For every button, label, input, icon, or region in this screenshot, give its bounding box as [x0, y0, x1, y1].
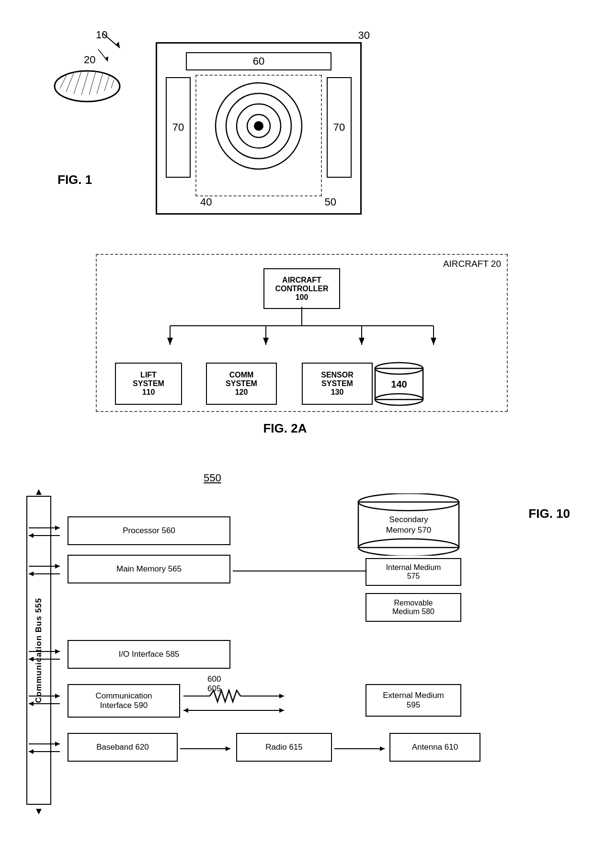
- ellipse-20-container: 20: [53, 67, 122, 107]
- page: 10 20: [0, 0, 594, 868]
- io-interface-block: I/O Interface 585: [68, 640, 230, 669]
- svg-line-0: [103, 34, 120, 48]
- svg-marker-40: [29, 533, 34, 538]
- main-memory-label: Main Memory 565: [116, 564, 182, 574]
- label-60: 60: [253, 55, 264, 68]
- main-memory-block: Main Memory 565: [68, 555, 230, 583]
- fig2a-dashed-box: AIRCRAFT 20 AIRCRAFT CONTROLLER 100: [96, 254, 508, 412]
- svg-text:140: 140: [391, 379, 407, 389]
- label-30: 30: [358, 29, 370, 42]
- lift-system-line3: 110: [133, 388, 164, 397]
- label-40: 40: [200, 196, 212, 208]
- fig2a-title: FIG. 2A: [263, 421, 307, 435]
- io-interface-label: I/O Interface 585: [119, 650, 180, 659]
- fig10-title: FIG. 10: [528, 506, 570, 521]
- bus-arrow-up-icon: ▲: [34, 486, 44, 497]
- fig10-section: 550 FIG. 10 Communication Bus 555 ▲ ▼ Se…: [26, 472, 572, 850]
- baseband-arrows-icon: [26, 739, 65, 756]
- baseband-block: Baseband 620: [68, 733, 178, 762]
- svg-point-17: [254, 121, 263, 131]
- removable-medium-block: Removable Medium 580: [366, 593, 461, 622]
- baseband-label: Baseband 620: [96, 742, 149, 752]
- label-50: 50: [325, 196, 336, 208]
- label-70-right: 70: [333, 121, 345, 134]
- radio-antenna-arrow-icon: [332, 744, 389, 754]
- svg-marker-38: [55, 525, 60, 530]
- mem-to-sec-arrow-icon: [230, 566, 379, 576]
- processor-block: Processor 560: [68, 516, 230, 545]
- processor-label: Processor 560: [123, 526, 175, 536]
- fig2a-arrows-icon: [122, 307, 481, 364]
- svg-line-9: [104, 76, 109, 91]
- svg-line-8: [97, 73, 103, 94]
- proc-arrows-icon: [26, 523, 65, 540]
- label-550: 550: [204, 472, 221, 484]
- ac-controller-box: AIRCRAFT CONTROLLER 100: [263, 268, 340, 309]
- lift-system-line2: SYSTEM: [133, 379, 164, 388]
- label-10-container: 10: [96, 29, 107, 41]
- sensor-system-line3: 130: [321, 388, 354, 397]
- antenna-block: Antenna 610: [389, 733, 480, 762]
- svg-marker-50: [29, 657, 34, 662]
- io-arrows-icon: [26, 647, 65, 664]
- fig1-top-bar: 60: [186, 52, 331, 70]
- comm-system-line2: SYSTEM: [226, 379, 257, 388]
- radio-block: Radio 615: [236, 733, 332, 762]
- fig1-section: 10 20: [29, 19, 364, 220]
- svg-line-5: [74, 71, 81, 94]
- ac-controller-line3: 100: [275, 293, 328, 302]
- fig1-side-right: 70: [327, 77, 352, 178]
- svg-line-7: [89, 71, 96, 95]
- internal-medium-block: Internal Medium 575: [366, 558, 461, 586]
- fig2a-section: AIRCRAFT 20 AIRCRAFT CONTROLLER 100: [57, 254, 513, 436]
- fig1-circles-icon: [211, 78, 307, 174]
- comm-interface-label: Communication Interface 590: [95, 691, 152, 710]
- svg-marker-68: [380, 746, 385, 751]
- svg-line-6: [81, 71, 89, 95]
- lift-system-box: LIFT SYSTEM 110: [115, 363, 182, 405]
- comm-interface-block: Communication Interface 590: [68, 684, 180, 718]
- bus-arrow-down-icon: ▼: [34, 806, 44, 817]
- svg-marker-54: [29, 701, 34, 706]
- svg-line-10: [111, 80, 114, 88]
- external-medium-label: External Medium 595: [383, 691, 444, 710]
- sensor-system-line2: SYSTEM: [321, 379, 354, 388]
- radio-label: Radio 615: [265, 742, 303, 752]
- label-600: 600: [207, 674, 221, 684]
- sensor-system-line1: SENSOR: [321, 371, 354, 379]
- svg-text:Secondary: Secondary: [389, 515, 428, 524]
- label-aircraft-20: AIRCRAFT 20: [443, 259, 501, 269]
- label-20: 20: [84, 54, 95, 66]
- lift-system-line1: LIFT: [133, 371, 164, 379]
- svg-text:Memory 570: Memory 570: [386, 525, 431, 535]
- svg-marker-64: [29, 749, 34, 754]
- ac-controller-line2: CONTROLLER: [275, 285, 328, 293]
- internal-medium-label: Internal Medium 575: [386, 563, 441, 581]
- fig1-box-30: 30 60 70 70: [156, 42, 362, 215]
- svg-marker-66: [226, 746, 230, 751]
- fig1-side-left: 70: [166, 77, 191, 178]
- removable-medium-label: Removable Medium 580: [392, 599, 434, 616]
- svg-line-4: [66, 72, 74, 92]
- svg-marker-57: [279, 694, 284, 698]
- comm-system-line3: 120: [226, 388, 257, 397]
- svg-rect-33: [358, 502, 459, 548]
- svg-marker-62: [55, 742, 60, 746]
- fig1-label: FIG. 1: [57, 172, 92, 187]
- svg-marker-52: [55, 694, 60, 698]
- svg-marker-48: [55, 649, 60, 654]
- svg-marker-25: [263, 338, 269, 345]
- sec-memory-cylinder-icon: Secondary Memory 570: [356, 493, 461, 556]
- commif-arrows-icon: [26, 691, 65, 708]
- svg-marker-60: [279, 708, 284, 713]
- db-cylinder-icon: 140: [373, 361, 425, 407]
- antenna-label: Antenna 610: [412, 742, 458, 752]
- sensor-system-box: SENSOR SYSTEM 130: [302, 363, 373, 405]
- svg-marker-26: [359, 338, 365, 345]
- svg-marker-44: [29, 571, 34, 576]
- external-medium-block: External Medium 595: [366, 684, 461, 717]
- svg-marker-42: [55, 564, 60, 569]
- svg-marker-59: [183, 708, 188, 713]
- label-70-left: 70: [172, 121, 184, 134]
- ellipse-20-icon: [53, 67, 122, 105]
